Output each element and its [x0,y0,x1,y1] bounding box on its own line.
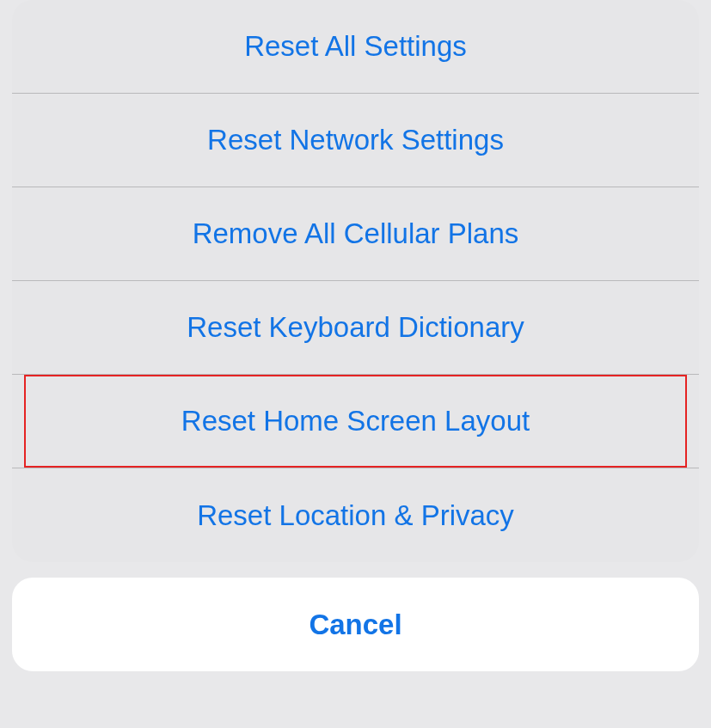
spacer [0,562,711,578]
reset-location-privacy-option[interactable]: Reset Location & Privacy [12,468,699,562]
option-label: Reset Network Settings [207,124,504,156]
reset-all-settings-option[interactable]: Reset All Settings [12,0,699,94]
option-label: Reset All Settings [244,30,467,63]
reset-network-settings-option[interactable]: Reset Network Settings [12,94,699,187]
cancel-label: Cancel [309,609,401,641]
reset-keyboard-dictionary-option[interactable]: Reset Keyboard Dictionary [12,281,699,375]
footer-gap [0,671,711,688]
option-label: Reset Home Screen Layout [181,405,530,437]
reset-action-sheet: Reset All Settings Reset Network Setting… [12,0,699,562]
cancel-button[interactable]: Cancel [12,578,699,671]
remove-cellular-plans-option[interactable]: Remove All Cellular Plans [12,187,699,281]
option-label: Remove All Cellular Plans [193,217,519,250]
option-label: Reset Location & Privacy [197,499,514,532]
option-label: Reset Keyboard Dictionary [187,311,524,344]
reset-home-screen-layout-option[interactable]: Reset Home Screen Layout [12,375,699,468]
